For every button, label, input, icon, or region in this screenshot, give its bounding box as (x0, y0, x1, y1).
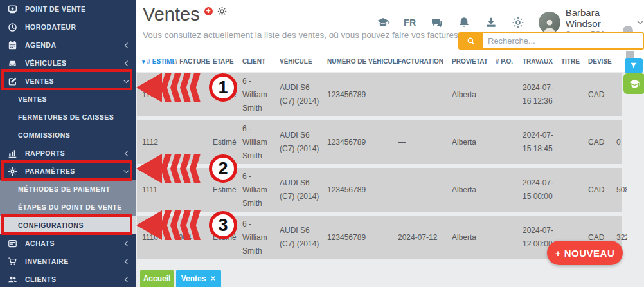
chevron-left-icon (123, 276, 130, 283)
cell-etape: Estimé (213, 183, 242, 197)
settings-icon[interactable] (512, 16, 524, 29)
sidebar-item-rapports[interactable]: RAPPORTS (0, 144, 136, 162)
sidebar-item-label: HORODATEUR (25, 23, 76, 31)
table-row[interactable]: 1111Estimé6 - William SmithAUDI S6 (C7) … (137, 168, 622, 212)
column-header[interactable]: VÉHICULE (280, 58, 327, 65)
download-icon[interactable] (485, 16, 497, 29)
cell-numero: 123456789 (327, 136, 398, 149)
cell-estime: 1111 (142, 183, 174, 197)
sidebar-item-ventes[interactable]: VENTES (0, 90, 136, 108)
column-header[interactable]: ▾# ESTIMÉ (142, 58, 174, 65)
sidebar-item-fermetures-de-caisses[interactable]: FERMETURES DE CAISSES (0, 108, 136, 126)
cell-etape: Estimé (213, 88, 242, 102)
cell-prov: Alberta (452, 136, 496, 149)
sidebar-item-vehicules[interactable]: VÉHICULES (0, 54, 136, 72)
sidebar-item-commissions[interactable]: COMMISSIONS (0, 126, 136, 144)
filter-button[interactable] (625, 58, 643, 73)
column-header[interactable]: # P.O. (496, 58, 523, 65)
sidebar-item-clients[interactable]: CLIENTS (0, 270, 136, 287)
language-button[interactable]: FR (404, 17, 416, 28)
cell-numero: 123456789 (327, 231, 398, 245)
cell-estime: 1112 (142, 136, 174, 149)
sidebar-item-ventes[interactable]: VENTES (0, 72, 136, 90)
sidebar-item-achats[interactable]: ACHATS (0, 234, 136, 252)
close-icon[interactable] (210, 275, 216, 281)
caret-down-icon[interactable] (636, 19, 644, 26)
column-header-label: # ESTIMÉ (147, 58, 174, 65)
clock-icon (8, 22, 18, 32)
gear-icon (8, 166, 18, 176)
sidebar-item-label: CONFIGURATIONS (18, 221, 84, 229)
column-header-label: NUMÉRO DE VÉHICULE (327, 58, 398, 65)
sidebar-item-inventaire[interactable]: INVENTAIRE (0, 252, 136, 270)
sidebar-item-label: INVENTAIRE (25, 257, 69, 265)
sidebar-item-configurations[interactable]: CONFIGURATIONS (0, 216, 136, 234)
bell-icon[interactable] (458, 16, 470, 29)
column-header[interactable]: CLIENT (242, 58, 280, 65)
column-header[interactable]: TRAVAUX (523, 58, 561, 65)
chat-icon[interactable] (431, 16, 443, 29)
column-header-label: ÉTAPE (213, 58, 234, 65)
table-body: 1113Estimé6 - William SmithAUDI S6 (C7) … (137, 73, 622, 263)
chevron-left-icon (123, 240, 130, 247)
cell-montant: 0 (616, 136, 627, 149)
page-title-row: Ventes + (143, 3, 227, 26)
search-input[interactable] (483, 33, 643, 48)
column-header-label: FACTURATION (398, 58, 443, 65)
cell-facturation: 2024-07-12 (398, 231, 452, 245)
cell-estime: 1110 (142, 231, 174, 245)
sidebar-item-etapes-du-point-de-vente[interactable]: ÉTAPES DU POINT DE VENTE (0, 198, 136, 216)
sidebar-item-label: VENTES (18, 95, 47, 103)
sidebar-item-horodateur[interactable]: HORODATEUR (0, 18, 136, 36)
sidebar-item-label: CLIENTS (25, 275, 56, 283)
column-header-label: PROV/ÉTAT (452, 58, 488, 65)
add-icon[interactable]: + (204, 7, 213, 15)
cell-travaux: 2024-07-16 12:36 (523, 81, 561, 108)
sidebar-item-parametres[interactable]: PARAMÈTRES (0, 162, 136, 180)
cell-facturation: — (398, 88, 452, 102)
column-header[interactable]: DEVISE (588, 58, 616, 65)
gear-icon[interactable] (217, 6, 227, 16)
cell-devise: CAD (588, 183, 616, 197)
column-header[interactable]: NUMÉRO DE VÉHICULE (327, 58, 398, 65)
cash-register-icon (8, 4, 18, 14)
tab-accueil[interactable]: Accueil (140, 270, 174, 287)
column-header[interactable]: FACTURATION (398, 58, 452, 65)
user-name: Barbara Windsor (566, 7, 626, 30)
sidebar-item-methodes-de-paiement[interactable]: MÉTHODES DE PAIEMENT (0, 180, 136, 198)
sidebar-item-point-de-vente[interactable]: POINT DE VENTE (0, 0, 136, 18)
chevron-down-icon (123, 78, 130, 85)
sidebar-item-label: RAPPORTS (25, 149, 65, 157)
sidebar-item-label: ACHATS (25, 239, 55, 247)
column-header-label: CLIENT (242, 58, 265, 65)
sort-caret-icon: ▾ (142, 59, 145, 65)
cell-etape: Estimé (213, 231, 242, 245)
table-row[interactable]: 1112Estimé6 - William SmithAUDI S6 (C7) … (137, 120, 622, 164)
main-content: Ventes + Vous consultez actuellement la … (136, 0, 644, 287)
cell-devise: CAD (588, 136, 616, 149)
cell-montant: 322 (616, 231, 627, 245)
bar-chart-icon (8, 148, 18, 158)
cell-prov: Alberta (452, 231, 496, 245)
sidebar-item-label: VENTES (25, 77, 54, 85)
column-header[interactable]: # FACTURE (174, 58, 213, 65)
tab-ventes[interactable]: Ventes (176, 270, 221, 287)
tutorial-button[interactable] (623, 73, 644, 94)
cell-vehicule: AUDI S6 (C7) (2014) (280, 129, 327, 156)
column-header[interactable]: PROV/ÉTAT (452, 58, 496, 65)
cell-numero: 123456789 (327, 183, 398, 197)
column-header-label: # FACTURE (174, 58, 210, 65)
table-row[interactable]: 1113Estimé6 - William SmithAUDI S6 (C7) … (137, 73, 622, 116)
chevron-left-icon (123, 60, 130, 67)
sidebar-item-agenda[interactable]: AGENDA (0, 36, 136, 54)
avatar[interactable] (539, 12, 560, 33)
document-icon (8, 238, 18, 248)
new-button[interactable]: + NOUVEAU (547, 241, 623, 265)
search-icon[interactable] (460, 33, 483, 48)
column-header[interactable]: TITRE (561, 58, 588, 65)
graduation-cap-icon[interactable] (377, 16, 389, 29)
column-header[interactable]: ÉTAPE (213, 58, 242, 65)
cell-client: 6 - William Smith (242, 75, 280, 115)
cell-vehicule: AUDI S6 (C7) (2014) (280, 81, 327, 108)
table-header-row: ▾# ESTIMÉ# FACTUREÉTAPECLIENTVÉHICULENUM… (137, 51, 622, 71)
